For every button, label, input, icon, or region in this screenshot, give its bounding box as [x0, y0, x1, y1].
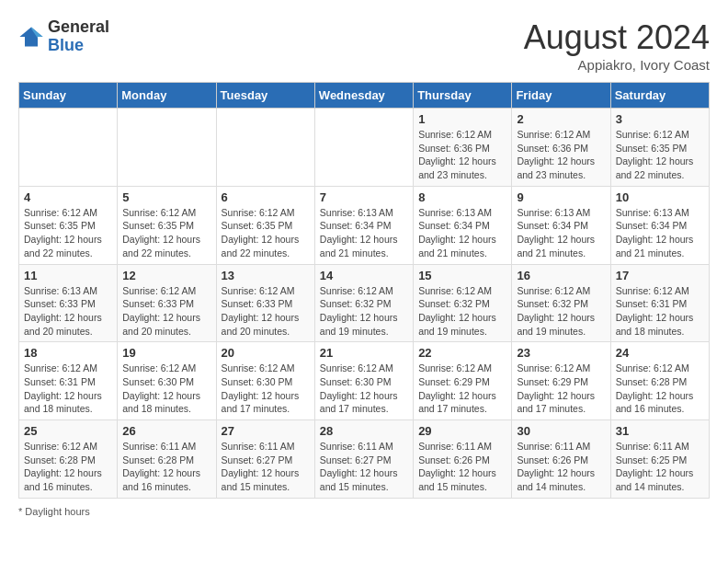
calendar-cell: 9Sunrise: 6:13 AMSunset: 6:34 PMDaylight… — [512, 186, 610, 264]
day-number: 7 — [320, 190, 408, 204]
calendar-cell: 11Sunrise: 6:13 AMSunset: 6:33 PMDayligh… — [19, 264, 118, 342]
calendar-cell: 4Sunrise: 6:12 AMSunset: 6:35 PMDaylight… — [19, 186, 118, 264]
day-number: 19 — [122, 346, 210, 360]
calendar-cell: 27Sunrise: 6:11 AMSunset: 6:27 PMDayligh… — [216, 420, 314, 499]
day-info: Sunrise: 6:13 AMSunset: 6:34 PMDaylight:… — [517, 206, 605, 260]
calendar-cell: 1Sunrise: 6:12 AMSunset: 6:36 PMDaylight… — [414, 109, 512, 187]
calendar-cell: 29Sunrise: 6:11 AMSunset: 6:26 PMDayligh… — [414, 420, 512, 499]
calendar-cell: 28Sunrise: 6:11 AMSunset: 6:27 PMDayligh… — [314, 420, 413, 499]
calendar-cell: 19Sunrise: 6:12 AMSunset: 6:30 PMDayligh… — [118, 342, 216, 420]
calendar-cell — [118, 109, 216, 187]
day-of-week-header: Sunday — [19, 83, 118, 109]
day-number: 9 — [517, 190, 605, 204]
day-number: 1 — [418, 112, 506, 126]
day-info: Sunrise: 6:12 AMSunset: 6:33 PMDaylight:… — [222, 284, 310, 339]
day-info: Sunrise: 6:12 AMSunset: 6:29 PMDaylight:… — [517, 362, 605, 416]
calendar-cell: 16Sunrise: 6:12 AMSunset: 6:32 PMDayligh… — [512, 264, 610, 342]
day-number: 29 — [418, 424, 506, 438]
day-number: 16 — [517, 269, 605, 282]
day-info: Sunrise: 6:12 AMSunset: 6:30 PMDaylight:… — [122, 362, 210, 416]
calendar-week-row: 11Sunrise: 6:13 AMSunset: 6:33 PMDayligh… — [19, 264, 710, 342]
day-info: Sunrise: 6:11 AMSunset: 6:28 PMDaylight:… — [122, 440, 210, 494]
logo-icon — [18, 24, 44, 50]
footer-note: * Daylight hours — [18, 506, 710, 517]
day-info: Sunrise: 6:11 AMSunset: 6:27 PMDaylight:… — [320, 440, 408, 494]
day-of-week-header: Thursday — [414, 83, 512, 109]
day-number: 28 — [320, 424, 408, 438]
calendar-cell: 13Sunrise: 6:12 AMSunset: 6:33 PMDayligh… — [216, 264, 314, 342]
day-number: 31 — [616, 424, 704, 438]
month-year: August 2024 — [524, 18, 710, 57]
day-number: 3 — [616, 112, 704, 126]
day-number: 20 — [222, 346, 310, 360]
calendar-cell: 7Sunrise: 6:13 AMSunset: 6:34 PMDaylight… — [314, 186, 413, 264]
day-number: 30 — [517, 424, 605, 438]
day-number: 24 — [616, 346, 704, 360]
day-info: Sunrise: 6:12 AMSunset: 6:31 PMDaylight:… — [616, 284, 704, 339]
calendar-header-row: SundayMondayTuesdayWednesdayThursdayFrid… — [19, 83, 710, 109]
day-info: Sunrise: 6:12 AMSunset: 6:30 PMDaylight:… — [222, 362, 310, 416]
calendar-week-row: 1Sunrise: 6:12 AMSunset: 6:36 PMDaylight… — [19, 109, 710, 187]
calendar-cell — [216, 109, 314, 187]
calendar-cell — [314, 109, 413, 187]
calendar-cell: 10Sunrise: 6:13 AMSunset: 6:34 PMDayligh… — [610, 186, 709, 264]
day-number: 6 — [222, 190, 310, 204]
day-number: 18 — [24, 346, 112, 360]
day-info: Sunrise: 6:12 AMSunset: 6:35 PMDaylight:… — [616, 128, 704, 182]
calendar-cell: 24Sunrise: 6:12 AMSunset: 6:28 PMDayligh… — [610, 342, 709, 420]
calendar-cell: 22Sunrise: 6:12 AMSunset: 6:29 PMDayligh… — [414, 342, 512, 420]
day-info: Sunrise: 6:12 AMSunset: 6:35 PMDaylight:… — [222, 206, 310, 260]
calendar-week-row: 25Sunrise: 6:12 AMSunset: 6:28 PMDayligh… — [19, 420, 710, 499]
day-number: 22 — [418, 346, 506, 360]
calendar-cell: 26Sunrise: 6:11 AMSunset: 6:28 PMDayligh… — [118, 420, 216, 499]
day-of-week-header: Saturday — [610, 83, 709, 109]
day-info: Sunrise: 6:12 AMSunset: 6:33 PMDaylight:… — [122, 284, 210, 339]
day-info: Sunrise: 6:13 AMSunset: 6:33 PMDaylight:… — [24, 284, 112, 339]
day-number: 11 — [24, 269, 112, 282]
day-info: Sunrise: 6:12 AMSunset: 6:35 PMDaylight:… — [24, 206, 112, 260]
day-number: 27 — [222, 424, 310, 438]
day-info: Sunrise: 6:12 AMSunset: 6:28 PMDaylight:… — [616, 362, 704, 416]
title-block: August 2024 Appiakro, Ivory Coast — [524, 18, 710, 73]
calendar-cell: 23Sunrise: 6:12 AMSunset: 6:29 PMDayligh… — [512, 342, 610, 420]
logo-text: General Blue — [48, 18, 109, 55]
calendar-cell: 5Sunrise: 6:12 AMSunset: 6:35 PMDaylight… — [118, 186, 216, 264]
day-number: 10 — [616, 190, 704, 204]
calendar-cell: 2Sunrise: 6:12 AMSunset: 6:36 PMDaylight… — [512, 109, 610, 187]
day-info: Sunrise: 6:12 AMSunset: 6:36 PMDaylight:… — [517, 128, 605, 182]
calendar-cell: 15Sunrise: 6:12 AMSunset: 6:32 PMDayligh… — [414, 264, 512, 342]
day-number: 15 — [418, 269, 506, 282]
calendar-cell: 14Sunrise: 6:12 AMSunset: 6:32 PMDayligh… — [314, 264, 413, 342]
day-number: 23 — [517, 346, 605, 360]
calendar-week-row: 18Sunrise: 6:12 AMSunset: 6:31 PMDayligh… — [19, 342, 710, 420]
day-of-week-header: Monday — [118, 83, 216, 109]
day-info: Sunrise: 6:13 AMSunset: 6:34 PMDaylight:… — [616, 206, 704, 260]
calendar-week-row: 4Sunrise: 6:12 AMSunset: 6:35 PMDaylight… — [19, 186, 710, 264]
day-info: Sunrise: 6:12 AMSunset: 6:32 PMDaylight:… — [517, 284, 605, 339]
day-number: 8 — [418, 190, 506, 204]
page-header: General Blue August 2024 Appiakro, Ivory… — [18, 18, 710, 73]
day-number: 2 — [517, 112, 605, 126]
day-info: Sunrise: 6:11 AMSunset: 6:25 PMDaylight:… — [616, 440, 704, 494]
calendar-cell: 21Sunrise: 6:12 AMSunset: 6:30 PMDayligh… — [314, 342, 413, 420]
calendar-cell: 20Sunrise: 6:12 AMSunset: 6:30 PMDayligh… — [216, 342, 314, 420]
location: Appiakro, Ivory Coast — [524, 57, 710, 73]
calendar-cell: 3Sunrise: 6:12 AMSunset: 6:35 PMDaylight… — [610, 109, 709, 187]
day-of-week-header: Tuesday — [216, 83, 314, 109]
day-info: Sunrise: 6:11 AMSunset: 6:26 PMDaylight:… — [517, 440, 605, 494]
day-info: Sunrise: 6:12 AMSunset: 6:36 PMDaylight:… — [418, 128, 506, 182]
calendar-cell: 31Sunrise: 6:11 AMSunset: 6:25 PMDayligh… — [610, 420, 709, 499]
day-number: 4 — [24, 190, 112, 204]
day-info: Sunrise: 6:12 AMSunset: 6:32 PMDaylight:… — [418, 284, 506, 339]
calendar-cell: 8Sunrise: 6:13 AMSunset: 6:34 PMDaylight… — [414, 186, 512, 264]
day-info: Sunrise: 6:12 AMSunset: 6:32 PMDaylight:… — [320, 284, 408, 339]
day-of-week-header: Friday — [512, 83, 610, 109]
day-info: Sunrise: 6:12 AMSunset: 6:28 PMDaylight:… — [24, 440, 112, 494]
calendar-cell: 18Sunrise: 6:12 AMSunset: 6:31 PMDayligh… — [19, 342, 118, 420]
day-number: 12 — [122, 269, 210, 282]
day-number: 5 — [122, 190, 210, 204]
calendar-cell: 30Sunrise: 6:11 AMSunset: 6:26 PMDayligh… — [512, 420, 610, 499]
day-number: 21 — [320, 346, 408, 360]
calendar-cell: 12Sunrise: 6:12 AMSunset: 6:33 PMDayligh… — [118, 264, 216, 342]
day-info: Sunrise: 6:11 AMSunset: 6:27 PMDaylight:… — [222, 440, 310, 494]
